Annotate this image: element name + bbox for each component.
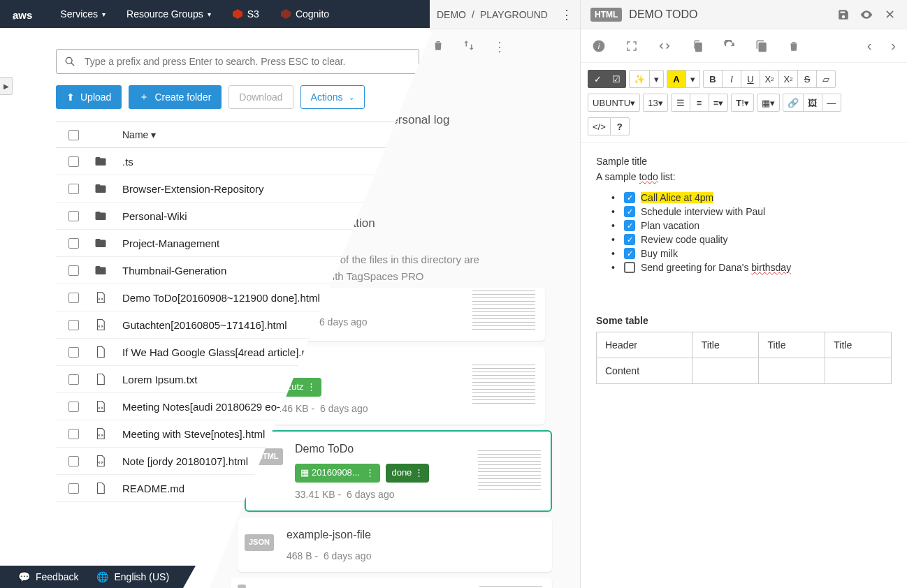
fullscreen-icon[interactable] (625, 40, 638, 52)
unordered-list-button[interactable]: ☰ (671, 94, 690, 112)
folder-icon (94, 182, 107, 195)
clear-format-button[interactable]: T!▾ (731, 94, 754, 112)
breadcrumb-root[interactable]: DEMO (437, 9, 466, 20)
feedback-link[interactable]: 💬Feedback (18, 571, 78, 582)
tag-menu-icon[interactable]: ⋮ (414, 466, 423, 480)
upload-button[interactable]: ⬆Upload (56, 85, 122, 109)
date-tag[interactable]: ▦20160908...⋮ (295, 464, 380, 483)
preview-icon[interactable] (859, 8, 875, 22)
todo-item[interactable]: ✓Review code quality (624, 234, 892, 245)
row-checkbox[interactable] (68, 184, 79, 194)
todo-item[interactable]: ✓Plan vacation (624, 220, 892, 231)
services-menu[interactable]: Services▾ (60, 8, 106, 20)
resource-groups-menu[interactable]: Resource Groups▾ (126, 8, 211, 20)
copy-icon[interactable] (755, 40, 768, 52)
pinned-service-s3[interactable]: S3 (232, 8, 259, 20)
strikethrough-button[interactable]: S (797, 70, 817, 88)
checkbox-icon[interactable]: ☑ (607, 70, 626, 88)
file-card[interactable]: a-test trutzutz⋮ 11.46 KB - 6 days ago (259, 346, 545, 425)
code-icon[interactable] (658, 39, 672, 53)
tag[interactable]: done⋮ (386, 464, 429, 483)
font-size-select[interactable]: 13 ▾ (643, 94, 667, 112)
row-checkbox[interactable] (68, 293, 79, 303)
help-button[interactable]: ? (610, 117, 630, 135)
editor-panel: HTML DEMO TODO ✕ i ‹ › ✓☑ ✨▾ A▾ B I U X2… (580, 0, 907, 588)
tag-menu-icon[interactable]: ⋮ (307, 380, 316, 395)
check-icon[interactable]: ✓ (588, 70, 607, 88)
actions-menu-button[interactable]: Actions⌄ (300, 85, 365, 109)
ordered-list-button[interactable]: ≡ (690, 94, 709, 112)
file-card[interactable]: JSON example-json-file 468 B - 6 days ag… (238, 517, 552, 572)
todo-item[interactable]: ✓Call Alice at 4pm (624, 192, 892, 203)
checkbox[interactable]: ✓ (624, 220, 635, 231)
row-checkbox[interactable] (68, 320, 79, 330)
pinned-service-cognito[interactable]: Cognito (280, 8, 329, 20)
chevron-down-icon[interactable]: ▾ (685, 70, 700, 88)
todo-item[interactable]: ✓Schedule interview with Paul (624, 206, 892, 217)
row-checkbox[interactable] (68, 374, 79, 385)
link-button[interactable]: 🔗 (783, 94, 804, 112)
name-column-header[interactable]: Name ▾ (122, 129, 156, 140)
language-menu[interactable]: 🌐English (US) (96, 571, 169, 582)
row-checkbox[interactable] (68, 211, 79, 221)
row-checkbox[interactable] (68, 483, 79, 494)
clipboard-icon[interactable] (691, 40, 704, 52)
row-checkbox[interactable] (68, 347, 79, 358)
subscript-button[interactable]: X2 (778, 70, 798, 88)
text-color-button[interactable]: A (667, 70, 686, 88)
download-button[interactable]: Download (228, 85, 293, 109)
file-icon (94, 373, 107, 385)
superscript-button[interactable]: X2 (760, 70, 779, 88)
more-vert-icon[interactable]: ⋮ (493, 39, 506, 54)
prev-icon[interactable]: ‹ (867, 38, 872, 54)
breadcrumb-current[interactable]: PLAYGROUND (480, 9, 548, 20)
italic-button[interactable]: I (722, 70, 741, 88)
refresh-icon[interactable] (723, 40, 736, 52)
more-icon[interactable]: ⋮ (560, 7, 573, 22)
chevron-down-icon[interactable]: ▾ (649, 70, 664, 88)
align-button[interactable]: ≡▾ (709, 94, 729, 112)
thumbnail (472, 291, 535, 332)
checkbox[interactable]: ✓ (624, 248, 635, 259)
checkbox[interactable] (624, 262, 635, 273)
checkbox[interactable]: ✓ (624, 234, 635, 245)
next-icon[interactable]: › (891, 38, 896, 54)
eraser-icon[interactable]: ▱ (816, 70, 836, 88)
save-icon[interactable] (837, 8, 852, 21)
object-search[interactable] (56, 49, 419, 74)
search-input[interactable] (75, 56, 410, 67)
folder-icon (94, 210, 107, 222)
row-checkbox[interactable] (68, 429, 79, 439)
file-card[interactable]: Gutachten (231, 578, 552, 588)
row-checkbox[interactable] (68, 156, 79, 167)
select-all-checkbox[interactable] (68, 130, 79, 140)
editor-header: HTML DEMO TODO ✕ (581, 0, 907, 29)
underline-button[interactable]: U (741, 70, 760, 88)
todo-item[interactable]: Send greeting for Dana's birthsday (624, 262, 892, 273)
create-folder-button[interactable]: ＋Create folder (129, 85, 222, 109)
row-checkbox[interactable] (68, 456, 79, 466)
editor-content[interactable]: Sample title A sample todo list: ✓Call A… (581, 143, 907, 397)
hr-button[interactable]: — (822, 94, 841, 112)
checkbox[interactable]: ✓ (624, 206, 635, 217)
close-icon[interactable]: ✕ (882, 7, 897, 22)
image-button[interactable]: 🖼 (803, 94, 822, 112)
bold-button[interactable]: B (703, 70, 723, 88)
tag-menu-icon[interactable]: ⋮ (365, 466, 375, 480)
code-view-button[interactable]: </> (588, 117, 611, 135)
delete-icon[interactable] (788, 40, 800, 52)
todo-item[interactable]: ✓Buy milk (624, 248, 892, 259)
table-button[interactable]: ▦▾ (757, 94, 780, 112)
row-checkbox[interactable] (68, 265, 79, 276)
font-family-select[interactable]: UBUNTU ▾ (588, 94, 640, 112)
delete-icon[interactable] (432, 39, 444, 54)
sort-icon[interactable] (463, 39, 475, 54)
checkbox[interactable]: ✓ (624, 192, 635, 203)
sidebar-expand-handle[interactable]: ▶ (0, 77, 13, 95)
file-card-selected[interactable]: HTML Demo ToDo ▦20160908...⋮ done⋮ 33.41… (245, 430, 552, 512)
row-checkbox[interactable] (68, 238, 79, 249)
row-checkbox[interactable] (68, 402, 79, 412)
info-icon[interactable]: i (592, 39, 606, 53)
magic-icon[interactable]: ✨ (629, 70, 650, 88)
row-name: Demo ToDo[20160908~121900 done].html (122, 292, 320, 304)
